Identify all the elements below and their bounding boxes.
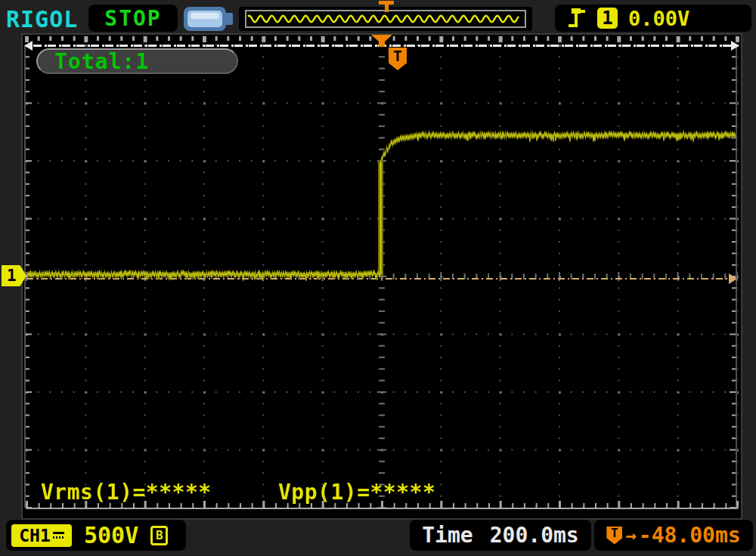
- timebase-value: 200.0ms: [490, 523, 579, 548]
- scope-display: Total:1 T Vrms(1)=***** Vpp(1)=*****: [23, 35, 741, 518]
- channel-status-group: CH1 500V B: [6, 520, 186, 551]
- dc-coupling-icon: [53, 530, 64, 541]
- preview-sine-wave: [246, 11, 520, 26]
- trigger-settings-badge: 1 0.00V: [555, 5, 751, 32]
- acquisition-counter-text: Total:1: [54, 49, 149, 74]
- trigger-position-marker-topbar: [379, 1, 394, 12]
- channel-1-label: CH1: [19, 526, 51, 545]
- acquisition-counter-badge: Total:1: [36, 48, 238, 74]
- timebase-badge: Time 200.0ms: [410, 520, 591, 551]
- brand-logo: RIGOL: [6, 6, 78, 32]
- trigger-source-channel-box: 1: [597, 8, 618, 29]
- run-state-label: STOP: [104, 6, 161, 31]
- channel-1-badge: CH1: [11, 524, 72, 547]
- run-state-badge: STOP: [88, 5, 178, 32]
- usb-icon-shine: [191, 13, 219, 19]
- trigger-offset-arrow: →: [625, 525, 636, 546]
- trigger-offset-value: -48.00ms: [639, 523, 741, 548]
- vertical-scale-value: 500V: [84, 522, 138, 548]
- usb-storage-icon: [184, 7, 234, 31]
- waveform-preview-window: [245, 10, 526, 28]
- trigger-level-value: 0.00V: [628, 7, 689, 30]
- trigger-offset-t-icon: T: [606, 527, 622, 545]
- scope-graticule-canvas: [23, 35, 741, 518]
- trigger-t-stem: [385, 5, 389, 12]
- usb-icon-nub: [225, 13, 233, 25]
- rising-edge-trigger-icon: [569, 8, 587, 29]
- timebase-label: Time: [422, 523, 472, 548]
- bandwidth-limit-icon: B: [150, 526, 168, 545]
- measurement-vrms: Vrms(1)=*****: [41, 480, 212, 505]
- measurement-vpp: Vpp(1)=*****: [278, 480, 435, 505]
- trigger-offset-badge: T → -48.00ms: [594, 520, 753, 551]
